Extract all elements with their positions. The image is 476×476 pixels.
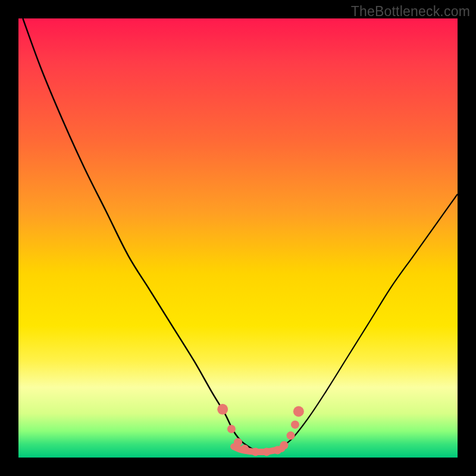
curve-marker [240, 444, 249, 453]
plot-area [18, 18, 458, 458]
marker-group [217, 404, 304, 456]
chart-frame: TheBottleneck.com [0, 0, 476, 476]
curve-marker [217, 404, 228, 415]
curve-marker [252, 447, 260, 456]
curve-marker [262, 447, 271, 456]
curve-marker [293, 406, 304, 417]
curve-layer [18, 18, 458, 458]
curve-marker [280, 441, 288, 449]
curve-marker [234, 438, 242, 446]
watermark-text: TheBottleneck.com [351, 4, 470, 20]
curve-marker [227, 425, 236, 433]
curve-marker [291, 421, 299, 429]
curve-left [23, 18, 255, 451]
curve-marker [287, 431, 295, 440]
